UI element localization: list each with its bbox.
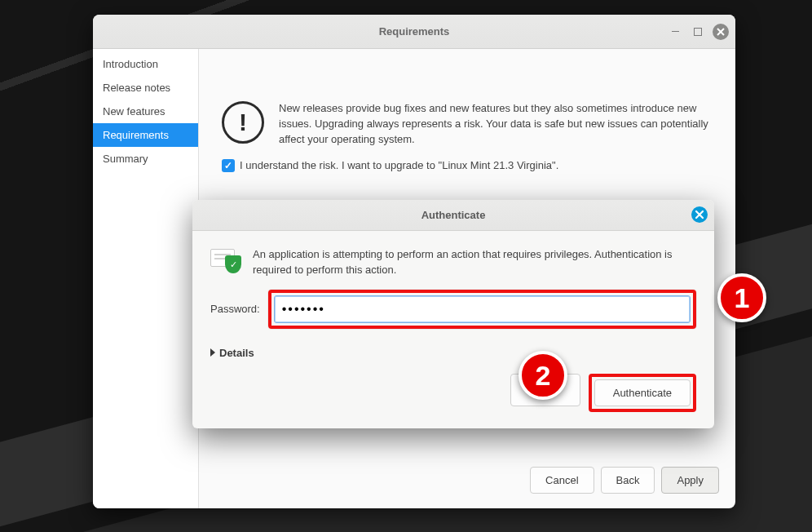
window-title: Requirements xyxy=(379,25,450,38)
details-label: Details xyxy=(219,347,254,359)
sidebar-item-requirements[interactable]: Requirements xyxy=(93,123,198,147)
warning-text: New releases provide bug fixes and new f… xyxy=(279,101,713,148)
annotation-circle-1: 1 xyxy=(717,273,766,322)
sidebar-item-new-features[interactable]: New features xyxy=(93,100,198,123)
authenticate-button[interactable]: Authenticate xyxy=(594,379,691,406)
shield-icon: ✓ xyxy=(225,255,241,273)
window-footer: Cancel Back Apply xyxy=(530,467,719,494)
dialog-title: Authenticate xyxy=(421,209,486,221)
details-expander[interactable]: Details xyxy=(210,347,696,359)
apply-button[interactable]: Apply xyxy=(661,467,719,494)
dialog-titlebar: Authenticate xyxy=(192,200,714,231)
sidebar-item-release-notes[interactable]: Release notes xyxy=(93,76,198,100)
minimize-button[interactable] xyxy=(667,24,683,40)
warning-row: ! New releases provide bug fixes and new… xyxy=(222,101,713,148)
window-controls xyxy=(667,15,729,48)
window-titlebar: Requirements xyxy=(93,15,735,49)
password-label: Password: xyxy=(210,303,260,315)
warning-icon: ! xyxy=(222,101,264,144)
auth-icon: ✓ xyxy=(210,249,241,272)
chevron-right-icon xyxy=(210,348,215,357)
dialog-footer: Authenticate xyxy=(192,374,714,428)
password-highlight xyxy=(268,290,696,329)
password-input[interactable] xyxy=(274,295,691,323)
back-button[interactable]: Back xyxy=(601,467,655,494)
sidebar-item-introduction[interactable]: Introduction xyxy=(93,52,198,76)
cancel-button[interactable]: Cancel xyxy=(530,467,594,494)
maximize-button[interactable] xyxy=(690,24,706,40)
ack-checkbox[interactable] xyxy=(222,159,235,172)
ack-row: I understand the risk. I want to upgrade… xyxy=(222,159,713,172)
authenticate-dialog: Authenticate ✓ An application is attempt… xyxy=(192,200,714,428)
annotation-circle-2: 2 xyxy=(519,351,567,400)
sidebar: Introduction Release notes New features … xyxy=(93,49,199,508)
dialog-close-button[interactable] xyxy=(691,206,708,223)
close-button[interactable] xyxy=(713,24,729,40)
sidebar-item-summary[interactable]: Summary xyxy=(93,147,198,171)
auth-message: An application is attempting to perform … xyxy=(253,247,696,278)
ack-label: I understand the risk. I want to upgrade… xyxy=(240,159,558,171)
authenticate-highlight: Authenticate xyxy=(589,374,696,412)
